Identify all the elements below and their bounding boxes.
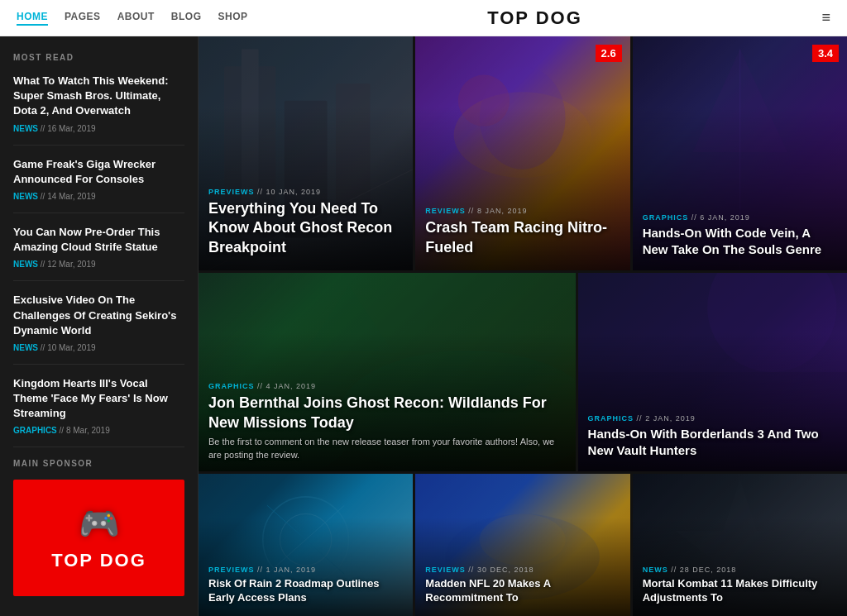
nav-home[interactable]: HOME bbox=[17, 11, 48, 26]
nav-blog[interactable]: BLOG bbox=[171, 11, 202, 26]
card-category-code-vein: GRAPHICS // 6 Jan, 2019 bbox=[643, 213, 837, 222]
card-category-borderlands: GRAPHICS // 2 Jan, 2019 bbox=[588, 414, 837, 423]
sidebar-article-5[interactable]: Kingdom Hearts III's Vocal Theme 'Face M… bbox=[13, 376, 184, 448]
main-layout: MOST READ What To Watch This Weekend: Su… bbox=[0, 36, 847, 616]
card-title-wildlands: Jon Bernthal Joins Ghost Recon: Wildland… bbox=[208, 394, 566, 432]
card-content-borderlands: GRAPHICS // 2 Jan, 2019 Hands-On With Bo… bbox=[578, 273, 847, 471]
sidebar-article-title-4: Exclusive Video On The Challenges Of Cre… bbox=[13, 293, 184, 338]
card-category-crash: REVIEWS // 8 Jan, 2019 bbox=[425, 207, 620, 215]
sidebar-article-title-5: Kingdom Hearts III's Vocal Theme 'Face M… bbox=[13, 376, 184, 422]
card-badge-crash: 2.6 bbox=[596, 45, 622, 62]
card-content-wildlands: GRAPHICS // 4 Jan, 2019 Jon Bernthal Joi… bbox=[199, 273, 576, 471]
sidebar-article-title-2: Game Freak's Giga Wrecker Announced For … bbox=[13, 157, 184, 187]
most-read-label: MOST READ bbox=[13, 53, 184, 62]
card-category-mortal: NEWS // 28 Dec, 2018 bbox=[643, 566, 837, 574]
nav-about[interactable]: ABOUT bbox=[117, 11, 155, 26]
sidebar: MOST READ What To Watch This Weekend: Su… bbox=[0, 36, 199, 616]
main-nav: HOME PAGES ABOUT BLOG SHOP bbox=[17, 11, 247, 26]
card-category-madden: REVIEWS // 30 Dec, 2018 bbox=[425, 566, 620, 574]
card-content-crash: REVIEWS // 8 Jan, 2019 Crash Team Racing… bbox=[415, 36, 629, 270]
sponsor-box[interactable]: 🎮 TOP DOG bbox=[13, 480, 184, 596]
sidebar-article-meta-5: GRAPHICS // 8 Mar, 2019 bbox=[13, 426, 184, 435]
grid-row-1: PREVIEWS // 10 Jan, 2019 Everything You … bbox=[199, 36, 847, 270]
grid-row-3: PREVIEWS // 1 Jan, 2019 Risk Of Rain 2 R… bbox=[199, 474, 847, 616]
card-crash-team[interactable]: 2.6 REVIEWS // 8 Jan, 2019 Crash Team Ra… bbox=[415, 36, 629, 270]
card-title-ghost-recon: Everything You Need To Know About Ghost … bbox=[208, 199, 403, 257]
card-ghost-recon[interactable]: PREVIEWS // 10 Jan, 2019 Everything You … bbox=[199, 36, 413, 270]
sidebar-article-1[interactable]: What To Watch This Weekend: Super Smash … bbox=[13, 74, 184, 146]
card-category-risk-rain: PREVIEWS // 1 Jan, 2019 bbox=[208, 566, 403, 574]
sidebar-article-title-3: You Can Now Pre-Order This Amazing Cloud… bbox=[13, 225, 184, 255]
content-grid: PREVIEWS // 10 Jan, 2019 Everything You … bbox=[199, 36, 847, 616]
site-header: HOME PAGES ABOUT BLOG SHOP TOP DOG ≡ bbox=[0, 0, 847, 36]
sidebar-article-meta-2: NEWS // 14 Mar, 2019 bbox=[13, 192, 184, 201]
sponsor-logo-text: TOP DOG bbox=[51, 550, 146, 571]
card-content-mortal: NEWS // 28 Dec, 2018 Mortal Kombat 11 Ma… bbox=[633, 474, 847, 616]
card-category-wildlands: GRAPHICS // 4 Jan, 2019 bbox=[208, 382, 566, 390]
grid-row-2: GRAPHICS // 4 Jan, 2019 Jon Bernthal Joi… bbox=[199, 273, 847, 471]
card-title-mortal: Mortal Kombat 11 Makes Difficulty Adjust… bbox=[643, 577, 837, 605]
hamburger-icon[interactable]: ≡ bbox=[821, 9, 830, 26]
nav-pages[interactable]: PAGES bbox=[65, 11, 101, 26]
sponsor-label: MAIN SPONSOR bbox=[13, 459, 184, 468]
sponsor-controller-icon: 🎮 bbox=[79, 504, 120, 543]
card-borderlands[interactable]: GRAPHICS // 2 Jan, 2019 Hands-On With Bo… bbox=[578, 273, 847, 471]
card-content-risk-rain: PREVIEWS // 1 Jan, 2019 Risk Of Rain 2 R… bbox=[199, 474, 413, 616]
card-title-code-vein: Hands-On With Code Vein, A New Take On T… bbox=[643, 225, 837, 257]
card-content-ghost-recon: PREVIEWS // 10 Jan, 2019 Everything You … bbox=[199, 36, 413, 270]
site-title: TOP DOG bbox=[487, 7, 582, 29]
sidebar-article-title-1: What To Watch This Weekend: Super Smash … bbox=[13, 74, 184, 119]
card-wildlands[interactable]: GRAPHICS // 4 Jan, 2019 Jon Bernthal Joi… bbox=[199, 273, 576, 471]
card-category-ghost-recon: PREVIEWS // 10 Jan, 2019 bbox=[208, 188, 403, 196]
sidebar-article-4[interactable]: Exclusive Video On The Challenges Of Cre… bbox=[13, 293, 184, 365]
card-content-code-vein: GRAPHICS // 6 Jan, 2019 Hands-On With Co… bbox=[633, 36, 847, 270]
card-madden[interactable]: REVIEWS // 30 Dec, 2018 Madden NFL 20 Ma… bbox=[415, 474, 629, 616]
sidebar-article-3[interactable]: You Can Now Pre-Order This Amazing Cloud… bbox=[13, 225, 184, 281]
card-title-borderlands: Hands-On With Borderlands 3 And Two New … bbox=[588, 426, 837, 458]
sidebar-article-meta-1: NEWS // 16 Mar, 2019 bbox=[13, 124, 184, 133]
card-title-risk-rain: Risk Of Rain 2 Roadmap Outlines Early Ac… bbox=[208, 577, 403, 605]
card-badge-code-vein: 3.4 bbox=[812, 45, 839, 62]
card-mortal-kombat[interactable]: NEWS // 28 Dec, 2018 Mortal Kombat 11 Ma… bbox=[633, 474, 847, 616]
card-risk-rain[interactable]: PREVIEWS // 1 Jan, 2019 Risk Of Rain 2 R… bbox=[199, 474, 413, 616]
card-code-vein[interactable]: 3.4 GRAPHICS // 6 Jan, 2019 Hands-On Wit… bbox=[633, 36, 847, 270]
card-title-madden: Madden NFL 20 Makes A Recommitment To bbox=[425, 577, 620, 605]
sidebar-article-2[interactable]: Game Freak's Giga Wrecker Announced For … bbox=[13, 157, 184, 213]
card-excerpt-wildlands: Be the first to comment on the new relea… bbox=[208, 436, 566, 461]
sidebar-article-meta-4: NEWS // 10 Mar, 2019 bbox=[13, 343, 184, 352]
card-title-crash: Crash Team Racing Nitro-Fueled bbox=[425, 218, 620, 257]
nav-shop[interactable]: SHOP bbox=[218, 11, 247, 26]
card-content-madden: REVIEWS // 30 Dec, 2018 Madden NFL 20 Ma… bbox=[415, 474, 629, 616]
sidebar-article-meta-3: NEWS // 12 Mar, 2019 bbox=[13, 260, 184, 269]
